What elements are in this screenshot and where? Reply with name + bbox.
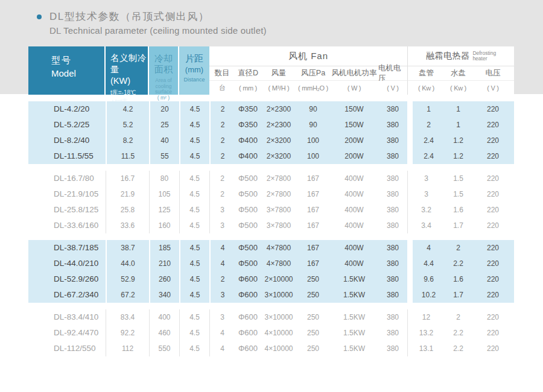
value-cell: 380 — [378, 171, 407, 186]
header-capacity: 名义制冷量 (KW) t库=-18℃ △t=t库-to=7℃ — [106, 46, 149, 95]
value-cell: 112 — [106, 341, 149, 356]
value-cell: 4×7800 — [261, 256, 296, 271]
model-cell: DL-16.7/80 — [28, 171, 106, 186]
value-cell: 220 — [472, 148, 514, 164]
value-cell: 167 — [296, 218, 330, 233]
value-cell: 2.2 — [445, 325, 472, 341]
model-cell: DL-21.9/105 — [28, 186, 106, 202]
value-cell: 3 — [209, 202, 235, 218]
value-cell: 5.2 — [106, 117, 149, 133]
value-cell: Φ400 — [235, 148, 261, 164]
header-defrost-en: Defrosting heater — [472, 51, 496, 62]
value-cell: 400W — [330, 202, 378, 218]
value-cell: 3×7800 — [261, 218, 296, 233]
value-cell: 4.5 — [179, 148, 209, 164]
value-cell: 83.4 — [106, 309, 149, 325]
value-cell: 4.5 — [179, 240, 209, 256]
value-cell: 2×7800 — [261, 171, 296, 186]
value-cell: 4.5 — [179, 186, 209, 202]
value-cell: 3.2 — [407, 202, 445, 218]
value-cell: 380 — [378, 186, 407, 202]
page-title-zh: DL型技术参数（吊顶式侧出风） — [49, 10, 267, 24]
value-cell: 4 — [209, 341, 235, 356]
header-area-zh1: 冷却 — [149, 53, 178, 64]
value-cell: 250 — [296, 287, 330, 303]
value-cell: 2×10000 — [261, 271, 296, 287]
header-fan-count: 数目 — [209, 66, 235, 81]
value-cell: 1 — [445, 101, 472, 117]
value-cell: 4.5 — [179, 218, 209, 233]
header-defrost-en2: heater — [472, 56, 496, 62]
value-cell: 4×10000 — [261, 325, 296, 341]
value-cell: 380 — [378, 148, 407, 164]
unit-fan-airflow: ( M³/H ) — [261, 81, 296, 95]
value-cell: 4.4 — [407, 256, 445, 271]
header-fin-pitch: 片距 (mm) Distance — [179, 46, 209, 95]
value-cell: 185 — [149, 240, 179, 256]
value-cell: 1.2 — [445, 148, 472, 164]
value-cell: 4.5 — [179, 271, 209, 287]
value-cell: 55 — [149, 148, 179, 164]
header-pitch-unit: (mm) — [179, 65, 209, 74]
value-cell: 2 — [209, 186, 235, 202]
value-cell: 44.0 — [106, 256, 149, 271]
value-cell: 220 — [472, 287, 514, 303]
value-cell: 400W — [330, 171, 378, 186]
value-cell: 167 — [296, 186, 330, 202]
value-cell: Φ400 — [235, 133, 261, 148]
table-group: DL-83.4/41083.44004.53Φ6003×100002501.5K… — [28, 309, 514, 356]
value-cell: 16.7 — [106, 171, 149, 186]
value-cell: 4×7800 — [261, 240, 296, 256]
value-cell: Φ600 — [235, 309, 261, 325]
value-cell: 380 — [378, 218, 407, 233]
value-cell: 8.2 — [106, 133, 149, 148]
header-model: 型号 Model — [28, 46, 106, 95]
value-cell: 1.5KW — [330, 341, 378, 356]
value-cell: 2×3200 — [261, 148, 296, 164]
value-cell: Φ500 — [235, 202, 261, 218]
value-cell: 1.5KW — [330, 325, 378, 341]
value-cell: 220 — [472, 341, 514, 356]
table-group: DL-4.2/204.2204.52Φ3502×230090150W380112… — [28, 101, 514, 164]
value-cell: 100 — [296, 148, 330, 164]
value-cell: 220 — [472, 240, 514, 256]
value-cell: Φ600 — [235, 325, 261, 341]
value-cell: 1.5 — [445, 171, 472, 186]
value-cell: 2 — [407, 117, 445, 133]
value-cell: 400W — [330, 240, 378, 256]
value-cell: 1 — [445, 117, 472, 133]
value-cell: 4.5 — [179, 325, 209, 341]
value-cell: 380 — [378, 325, 407, 341]
table-group: DL-16.7/8016.7804.52Φ5002×7800167400W380… — [28, 171, 514, 233]
header-fan-pressure: 风压Pa — [296, 66, 330, 81]
model-cell: DL-11.5/55 — [28, 148, 106, 164]
value-cell: 167 — [296, 256, 330, 271]
page: DL型技术参数（吊顶式侧出风） DL Technical parameter (… — [0, 0, 543, 392]
unit-fan-count: 台 — [209, 81, 235, 95]
value-cell: 52.9 — [106, 271, 149, 287]
value-cell: 220 — [472, 309, 514, 325]
parameter-table: 型号 Model 名义制冷量 (KW) t库=-18℃ △t=t库-to=7℃ … — [28, 46, 514, 356]
value-cell: 220 — [472, 186, 514, 202]
value-cell: 67.2 — [106, 287, 149, 303]
value-cell: 380 — [378, 101, 407, 117]
value-cell: 340 — [149, 287, 179, 303]
value-cell: 1.5KW — [330, 271, 378, 287]
value-cell: 3 — [209, 287, 235, 303]
value-cell: 220 — [472, 133, 514, 148]
value-cell: 2×3200 — [261, 133, 296, 148]
header-fan-power: 风机电机功率 — [330, 66, 378, 81]
value-cell: 38.7 — [106, 240, 149, 256]
value-cell: 400W — [330, 186, 378, 202]
value-cell: Φ500 — [235, 171, 261, 186]
model-cell: DL-112/550 — [28, 341, 106, 356]
value-cell: 20 — [149, 101, 179, 117]
value-cell: 380 — [378, 202, 407, 218]
value-cell: 100 — [296, 133, 330, 148]
value-cell: 220 — [472, 101, 514, 117]
value-cell: 4 — [209, 256, 235, 271]
value-cell: 380 — [378, 271, 407, 287]
header-capacity-unit: (KW) — [110, 76, 148, 86]
header-defrost-pan: 水盘 — [445, 66, 472, 81]
value-cell: 167 — [296, 171, 330, 186]
